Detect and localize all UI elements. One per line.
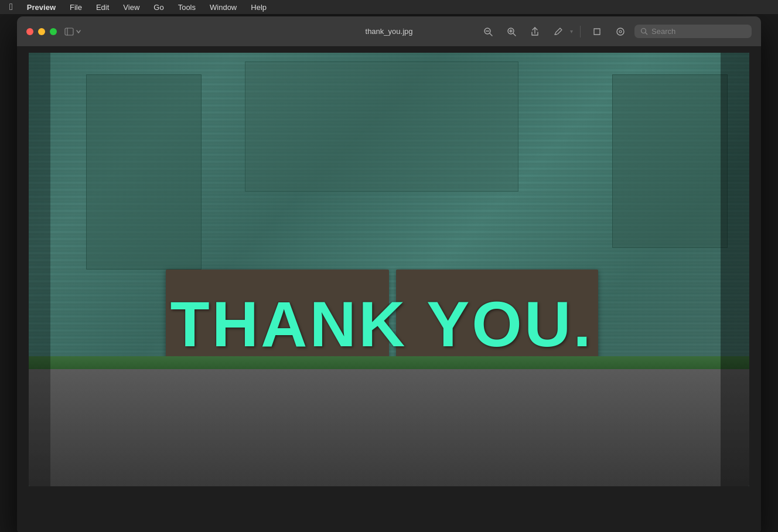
svg-rect-0 xyxy=(65,28,73,35)
sidebar-toggle-button[interactable] xyxy=(64,26,81,37)
wall-panel-center xyxy=(245,62,518,192)
side-vignette-left xyxy=(29,53,50,486)
crop-icon xyxy=(592,26,602,37)
side-vignette-right xyxy=(721,53,749,486)
zoom-in-icon xyxy=(506,26,517,37)
titlebar: thank_you.jpg xyxy=(17,16,761,47)
share-button[interactable] xyxy=(526,22,544,41)
svg-point-11 xyxy=(617,28,624,35)
zoom-out-icon xyxy=(483,26,493,37)
app-window:  Preview File Edit View Go Tools Window… xyxy=(0,0,778,532)
toolbar-divider-1 xyxy=(580,26,581,37)
document-title: thank_you.jpg xyxy=(366,27,413,36)
preview-window: thank_you.jpg xyxy=(17,16,761,532)
toolbar-right: ▾ xyxy=(479,22,752,41)
crop-button[interactable] xyxy=(588,22,606,41)
menu-view[interactable]: View xyxy=(121,3,142,12)
contact-icon xyxy=(615,26,626,37)
svg-line-14 xyxy=(646,33,648,35)
menu-file[interactable]: File xyxy=(67,3,84,12)
chevron-down-icon xyxy=(76,29,81,35)
ground xyxy=(29,369,749,486)
share-icon xyxy=(530,26,540,37)
search-input[interactable] xyxy=(651,27,739,36)
markup-arrow: ▾ xyxy=(570,28,573,35)
menu-edit[interactable]: Edit xyxy=(94,3,111,12)
photo-background: THANK YOU. xyxy=(29,53,749,486)
menu-tools[interactable]: Tools xyxy=(176,3,198,12)
minimize-button[interactable] xyxy=(38,28,45,35)
search-icon xyxy=(640,28,648,35)
svg-line-3 xyxy=(490,33,492,36)
svg-rect-10 xyxy=(594,29,600,35)
thank-you-text: THANK YOU. xyxy=(166,292,598,356)
sidebar-icon xyxy=(64,26,74,37)
svg-line-6 xyxy=(513,33,516,36)
zoom-out-button[interactable] xyxy=(479,22,497,41)
window-controls xyxy=(26,28,57,35)
main-content: thank_you.jpg xyxy=(0,14,778,532)
markup-button[interactable] xyxy=(549,22,568,41)
menu-window[interactable]: Window xyxy=(207,3,239,12)
app-menu-preview[interactable]: Preview xyxy=(25,3,58,12)
markup-icon xyxy=(553,26,564,37)
zoom-in-button[interactable] xyxy=(502,22,521,41)
close-button[interactable] xyxy=(26,28,33,35)
menu-help[interactable]: Help xyxy=(248,3,269,12)
svg-point-12 xyxy=(619,30,622,33)
search-box[interactable] xyxy=(634,25,752,38)
wall-panel-right xyxy=(612,74,728,248)
apple-menu[interactable]:  xyxy=(7,2,15,12)
image-area: THANK YOU. xyxy=(17,47,761,532)
wall-panel-left xyxy=(86,74,202,270)
menu-go[interactable]: Go xyxy=(151,3,166,12)
contact-sheet-button[interactable] xyxy=(611,22,630,41)
svg-point-13 xyxy=(641,29,646,33)
menubar:  Preview File Edit View Go Tools Window… xyxy=(0,0,778,14)
image-container: THANK YOU. xyxy=(29,53,749,486)
maximize-button[interactable] xyxy=(50,28,57,35)
